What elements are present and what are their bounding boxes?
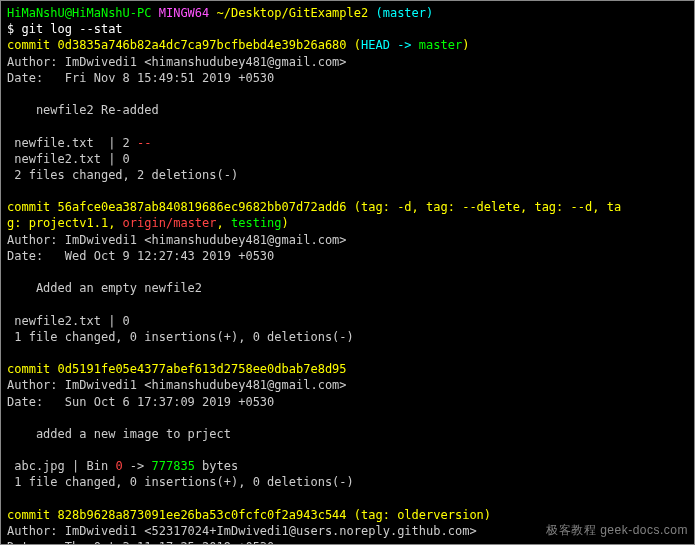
head-ref: HEAD ->	[361, 38, 419, 52]
date-line: Date: Thu Oct 3 11:17:25 2019 +0530	[7, 539, 688, 545]
stat-line: newfile2.txt | 0	[7, 151, 688, 167]
command-line: $ git log --stat	[7, 21, 688, 37]
stat-line: abc.jpg | Bin 0 -> 777835 bytes	[7, 458, 688, 474]
commit-hash: 0d5191fe05e4377abef613d2758ee0dbab7e8d95	[58, 362, 347, 376]
commit-header: commit 828b9628a873091ee26ba53c0fcfc0f2a…	[7, 507, 688, 523]
commit-header: commit 56afce0ea387ab840819686ec9682bb07…	[7, 199, 688, 215]
deletions-marker: --	[137, 136, 151, 150]
prompt-user: HiMaNshU@HiMaNshU-PC	[7, 6, 152, 20]
date-line: Date: Sun Oct 6 17:37:09 2019 +0530	[7, 394, 688, 410]
prompt-mingw: MINGW64	[152, 6, 210, 20]
branch-testing: testing	[231, 216, 282, 230]
prompt-dollar: $	[7, 22, 21, 36]
commit-hash: 0d3835a746b82a4dc7ca97bcfbebd4e39b26a680	[58, 38, 347, 52]
commit-header: commit 0d3835a746b82a4dc7ca97bcfbebd4e39…	[7, 37, 688, 53]
author-line: Author: ImDwivedi1 <himanshudubey481@gma…	[7, 377, 688, 393]
commit-message: newfile2 Re-added	[7, 102, 688, 118]
commit-message: added a new image to prject	[7, 426, 688, 442]
remote-ref: origin/master	[123, 216, 217, 230]
commit-hash: 56afce0ea387ab840819686ec9682bb07d72add6	[58, 200, 347, 214]
blank-line	[7, 345, 688, 361]
blank-line	[7, 410, 688, 426]
commit-hash: 828b9628a873091ee26ba53c0fcfc0f2a943c544	[58, 508, 347, 522]
blank-line	[7, 183, 688, 199]
stat-line: newfile.txt | 2 --	[7, 135, 688, 151]
author-line: Author: ImDwivedi1 <himanshudubey481@gma…	[7, 54, 688, 70]
stat-summary: 1 file changed, 0 insertions(+), 0 delet…	[7, 329, 688, 345]
date-line: Date: Fri Nov 8 15:49:51 2019 +0530	[7, 70, 688, 86]
blank-line	[7, 296, 688, 312]
blank-line	[7, 442, 688, 458]
blank-line	[7, 86, 688, 102]
author-line: Author: ImDwivedi1 <himanshudubey481@gma…	[7, 232, 688, 248]
prompt-path: ~/Desktop/GitExample2	[209, 6, 368, 20]
blank-line	[7, 491, 688, 507]
blank-line	[7, 264, 688, 280]
commit-header: commit 0d5191fe05e4377abef613d2758ee0dba…	[7, 361, 688, 377]
blank-line	[7, 118, 688, 134]
terminal-window[interactable]: HiMaNshU@HiMaNshU-PC MINGW64 ~/Desktop/G…	[0, 0, 695, 545]
commit-message: Added an empty newfile2	[7, 280, 688, 296]
branch-master: master	[419, 38, 462, 52]
watermark-text: 极客教程 geek-docs.com	[546, 522, 688, 538]
stat-line: newfile2.txt | 0	[7, 313, 688, 329]
stat-summary: 2 files changed, 2 deletions(-)	[7, 167, 688, 183]
date-line: Date: Wed Oct 9 12:27:43 2019 +0530	[7, 248, 688, 264]
command-text: git log --stat	[21, 22, 122, 36]
tags: tag: -d, tag: --delete, tag: --d, ta	[361, 200, 621, 214]
commit-header-cont: g: projectv1.1, origin/master, testing)	[7, 215, 688, 231]
stat-summary: 1 file changed, 0 insertions(+), 0 delet…	[7, 474, 688, 490]
prompt-branch: (master)	[368, 6, 433, 20]
tags: tag: olderversion	[361, 508, 484, 522]
prompt-line: HiMaNshU@HiMaNshU-PC MINGW64 ~/Desktop/G…	[7, 5, 688, 21]
